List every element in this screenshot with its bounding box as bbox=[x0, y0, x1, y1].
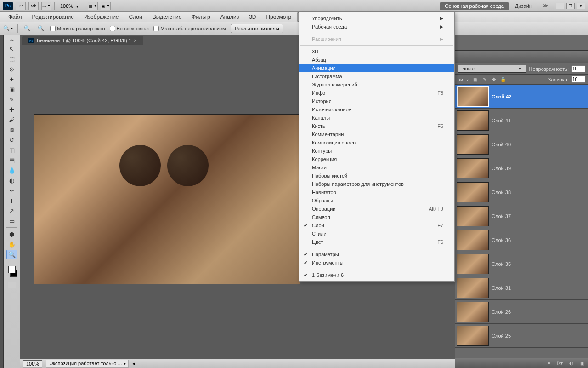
opacity-input[interactable] bbox=[571, 65, 585, 72]
zoom-out-icon[interactable]: 🔍 bbox=[36, 24, 45, 33]
workspace-tab-design[interactable]: Дизайн bbox=[510, 2, 537, 10]
extras-button[interactable]: ▣▼ bbox=[101, 2, 111, 10]
brush-tool[interactable]: 🖌 bbox=[6, 115, 17, 124]
layer-name-label[interactable]: Слой 35 bbox=[492, 261, 511, 267]
dodge-tool[interactable]: ◐ bbox=[6, 176, 17, 185]
layer-name-label[interactable]: Слой 38 bbox=[492, 190, 511, 195]
lock-pixels-icon[interactable]: ✎ bbox=[481, 76, 488, 83]
minibridge-button[interactable]: Mb bbox=[28, 2, 39, 10]
new-group-icon[interactable]: ▣ bbox=[579, 360, 585, 367]
canvas-image[interactable] bbox=[34, 114, 300, 284]
lock-transparency-icon[interactable]: ▦ bbox=[472, 76, 479, 83]
zoom-tool[interactable]: 🔍 bbox=[6, 250, 17, 259]
pen-tool[interactable]: ✒ bbox=[6, 186, 17, 195]
layer-name-label[interactable]: Слой 26 bbox=[492, 309, 511, 315]
menu-item-журнал-измерений[interactable]: Журнал измерений bbox=[299, 80, 454, 89]
layer-row[interactable]: Слой 36 bbox=[455, 228, 588, 252]
menu-item-коррекция[interactable]: Коррекция bbox=[299, 155, 454, 163]
menu-item-навигатор[interactable]: Навигатор bbox=[299, 188, 454, 196]
minimize-button[interactable]: — bbox=[556, 3, 564, 9]
layer-thumbnail[interactable] bbox=[457, 158, 489, 178]
menu-item-параметры[interactable]: ✔Параметры bbox=[299, 250, 454, 259]
arrange-button[interactable]: ▦▼ bbox=[88, 2, 98, 10]
menu-item-гистограмма[interactable]: Гистограмма bbox=[299, 72, 454, 80]
lock-all-icon[interactable]: 🔒 bbox=[500, 76, 506, 83]
layer-row[interactable]: Слой 35 bbox=[455, 252, 588, 276]
menu-item-символ[interactable]: Символ bbox=[299, 213, 454, 221]
layer-thumbnail[interactable] bbox=[457, 206, 489, 226]
zoom-level[interactable]: 100% ▼ bbox=[57, 3, 82, 9]
layer-row[interactable]: Слой 31 bbox=[455, 276, 588, 300]
layer-thumbnail[interactable] bbox=[457, 134, 489, 155]
move-tool[interactable]: ↖ bbox=[6, 44, 17, 53]
layer-name-label[interactable]: Слой 42 bbox=[492, 94, 512, 99]
zoom-in-icon[interactable]: 🔍 bbox=[23, 24, 32, 33]
layer-row[interactable]: Слой 41 bbox=[455, 109, 588, 132]
blur-tool[interactable]: 💧 bbox=[6, 166, 17, 175]
menu-item-наборы-параметров-для-инструментов[interactable]: Наборы параметров для инструментов bbox=[299, 180, 454, 188]
layer-name-label[interactable]: Слой 37 bbox=[492, 213, 511, 219]
lock-position-icon[interactable]: ✥ bbox=[491, 76, 497, 83]
all-windows-checkbox[interactable]: Во всех окнах bbox=[110, 26, 149, 31]
layer-name-label[interactable]: Слой 41 bbox=[492, 118, 511, 123]
menu-item-3d[interactable]: 3D bbox=[299, 47, 454, 56]
menu-item-наборы-кистей[interactable]: Наборы кистей bbox=[299, 172, 454, 180]
crop-tool[interactable]: ▣ bbox=[6, 85, 17, 94]
layer-row[interactable]: Слой 25 bbox=[455, 324, 588, 348]
menu-item-каналы[interactable]: Каналы bbox=[299, 114, 454, 122]
hand-tool[interactable]: ✋ bbox=[6, 240, 17, 249]
status-zoom[interactable]: 100% bbox=[23, 360, 42, 368]
menu-item-маски[interactable]: Маски bbox=[299, 163, 454, 172]
menu-item-стили[interactable]: Стили bbox=[299, 230, 454, 238]
menu-слои[interactable]: Слои bbox=[124, 12, 147, 22]
layer-row[interactable]: Слой 39 bbox=[455, 156, 588, 180]
layer-name-label[interactable]: Слой 31 bbox=[492, 285, 511, 291]
menu-item-комментарии[interactable]: Комментарии bbox=[299, 130, 454, 138]
layer-thumbnail[interactable] bbox=[457, 110, 489, 131]
history-brush-tool[interactable]: ↺ bbox=[6, 135, 17, 144]
layer-name-label[interactable]: Слой 25 bbox=[492, 333, 511, 339]
layer-row[interactable]: Слой 26 bbox=[455, 300, 588, 324]
shape-tool[interactable]: ▭ bbox=[6, 216, 17, 225]
panel-group-2-tabs[interactable] bbox=[455, 51, 588, 63]
close-button[interactable]: ✕ bbox=[577, 3, 585, 9]
left-collapse-rail[interactable] bbox=[0, 35, 4, 368]
scrubby-zoom-checkbox[interactable]: Масштаб. перетаскиванием bbox=[153, 26, 226, 31]
menu-item-абзац[interactable]: Абзац bbox=[299, 56, 454, 64]
fill-input[interactable] bbox=[571, 76, 585, 83]
path-select-tool[interactable]: ↗ bbox=[6, 206, 17, 215]
menu-item-1-безимени-6[interactable]: ✔1 Безимени-6 bbox=[299, 271, 454, 279]
menu-item-композиции-слоев[interactable]: Композиции слоев bbox=[299, 138, 454, 147]
type-tool[interactable]: T bbox=[6, 196, 17, 205]
layer-thumbnail[interactable] bbox=[457, 254, 489, 274]
scroll-left-icon[interactable]: ◂ bbox=[132, 361, 135, 367]
menu-item-упорядочить[interactable]: Упорядочить▶ bbox=[299, 14, 454, 23]
foreground-color-swatch[interactable] bbox=[8, 266, 16, 273]
layer-thumbnail[interactable] bbox=[457, 278, 489, 298]
3d-tool[interactable]: ⬢ bbox=[6, 230, 17, 239]
menu-item-история[interactable]: История bbox=[299, 97, 454, 105]
menu-item-анимация[interactable]: Анимация bbox=[299, 64, 454, 72]
layer-name-label[interactable]: Слой 40 bbox=[492, 142, 511, 147]
bridge-button[interactable]: Br bbox=[16, 2, 26, 10]
menu-выделение[interactable]: Выделение bbox=[148, 12, 187, 22]
marquee-tool[interactable]: ⬚ bbox=[6, 54, 17, 63]
document-tab[interactable]: Ps Безимени-6 @ 100% (Слой 42, RGB/8) * … bbox=[22, 36, 143, 45]
menu-item-контуры[interactable]: Контуры bbox=[299, 147, 454, 155]
menu-item-инфо[interactable]: ИнфоF8 bbox=[299, 89, 454, 97]
menu-анализ[interactable]: Анализ bbox=[216, 12, 244, 22]
maximize-button[interactable]: ❐ bbox=[566, 3, 575, 9]
layer-thumbnail[interactable] bbox=[457, 182, 489, 202]
menu-item-кисть[interactable]: КистьF5 bbox=[299, 122, 454, 130]
menu-3d[interactable]: 3D bbox=[244, 12, 260, 22]
menu-item-слои[interactable]: ✔СлоиF7 bbox=[299, 221, 454, 230]
healing-tool[interactable]: ✚ bbox=[6, 105, 17, 114]
menu-изображение[interactable]: Изображение bbox=[79, 12, 124, 22]
eraser-tool[interactable]: ◫ bbox=[6, 145, 17, 155]
layer-name-label[interactable]: Слой 36 bbox=[492, 237, 511, 243]
layer-row[interactable]: Слой 42 bbox=[455, 85, 588, 109]
menu-item-операции[interactable]: ОперацииAlt+F9 bbox=[299, 205, 454, 213]
menu-просмотр[interactable]: Просмотр bbox=[261, 12, 296, 22]
menu-item-рабочая-среда[interactable]: Рабочая среда▶ bbox=[299, 23, 454, 31]
workspace-more[interactable]: ≫ bbox=[538, 1, 553, 10]
